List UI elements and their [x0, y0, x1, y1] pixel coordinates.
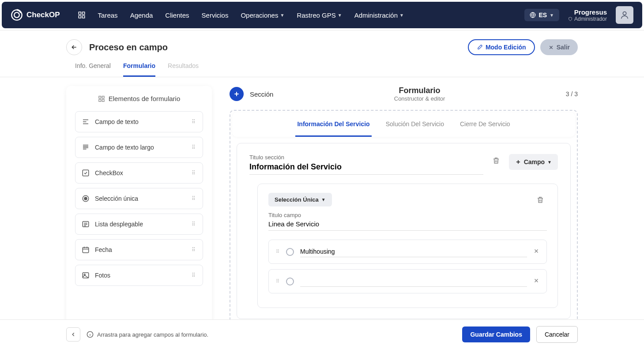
- form-elements-title: Elementos de formulario: [75, 95, 203, 102]
- nav-servicios[interactable]: Servicios: [202, 11, 229, 19]
- drag-handle-icon: ⠿: [192, 195, 196, 202]
- footer-hint: Arrastra para agregar campos al formular…: [97, 331, 208, 337]
- tab-resultados: Resultados: [168, 62, 199, 77]
- add-field-button[interactable]: Campo ▼: [509, 154, 558, 170]
- section-tab-cierre[interactable]: Cierre De Servicio: [458, 113, 512, 137]
- caret-down-icon: ▼: [338, 13, 342, 18]
- builder-subtitle: Constructor & editor: [279, 95, 559, 102]
- top-navbar: CheckOP Tareas Agenda Clientes Servicios…: [2, 2, 642, 28]
- field-title-input[interactable]: [268, 220, 547, 231]
- nav-clientes[interactable]: Clientes: [165, 11, 189, 19]
- shield-icon: [568, 17, 572, 21]
- drag-handle-icon: ⠿: [192, 144, 196, 150]
- image-icon: [82, 271, 90, 279]
- brand-logo[interactable]: CheckOP: [11, 9, 60, 21]
- add-section-label: Sección: [250, 90, 273, 98]
- option-input[interactable]: [300, 246, 527, 257]
- footer-back-button[interactable]: [66, 327, 80, 337]
- section-tab-info[interactable]: Información Del Servicio: [295, 113, 371, 137]
- edit-mode-button[interactable]: Modo Edición: [468, 39, 535, 55]
- add-section-button[interactable]: [230, 87, 244, 101]
- element-dropdown[interactable]: Lista desplegable ⠿: [75, 214, 203, 235]
- radio-icon: [82, 195, 90, 203]
- caret-down-icon: ▼: [550, 13, 554, 18]
- nav-administracion[interactable]: Administración▼: [354, 11, 404, 19]
- page-tabs: Info. General Formulario Resultados: [0, 55, 644, 77]
- element-photos[interactable]: Fotos ⠿: [75, 265, 203, 286]
- svg-rect-10: [99, 99, 101, 101]
- nav-dashboard-icon[interactable]: [78, 11, 86, 19]
- section-tabs: Información Del Servicio Solución Del Se…: [232, 113, 575, 137]
- svg-rect-3: [82, 12, 84, 14]
- delete-field-button[interactable]: [534, 193, 547, 206]
- drag-handle-icon: ⠿: [192, 170, 196, 176]
- arrow-left-icon: [71, 44, 78, 51]
- trash-icon: [492, 157, 500, 165]
- chevron-left-icon: [70, 331, 76, 337]
- plus-icon: [515, 159, 521, 165]
- option-row: ⠿: [268, 269, 547, 293]
- user-name: Progresus: [568, 8, 607, 16]
- close-icon: [533, 278, 539, 284]
- nav-tareas[interactable]: Tareas: [98, 11, 118, 19]
- svg-rect-4: [79, 16, 81, 18]
- delete-option-button[interactable]: [533, 277, 539, 286]
- element-checkbox[interactable]: CheckBox ⠿: [75, 162, 203, 184]
- save-button[interactable]: Guardar Cambios: [462, 326, 530, 337]
- field-type-selector[interactable]: Selección Única ▼: [268, 193, 332, 206]
- drag-handle-icon: ⠿: [192, 221, 196, 227]
- field-card: Selección Única ▼ Titulo campo ⠿: [257, 184, 558, 308]
- element-textarea[interactable]: Campo de texto largo ⠿: [75, 137, 203, 158]
- element-text-field[interactable]: Campo de texto ⠿: [75, 111, 203, 132]
- section-title-input[interactable]: [249, 162, 483, 175]
- brand-name: CheckOP: [26, 11, 60, 19]
- user-info: Progresus Administrador: [568, 8, 607, 22]
- list-icon: [82, 220, 90, 228]
- close-icon: [548, 45, 554, 50]
- section-title-label: Titulo sección: [249, 154, 483, 161]
- avatar-button[interactable]: [616, 6, 633, 24]
- drag-handle-icon: ⠿: [192, 119, 196, 125]
- nav-agenda[interactable]: Agenda: [130, 11, 153, 19]
- svg-rect-16: [83, 248, 89, 253]
- caret-down-icon: ▼: [280, 13, 284, 18]
- svg-point-14: [84, 197, 87, 200]
- language-selector[interactable]: ES ▼: [524, 9, 559, 21]
- user-icon: [620, 10, 629, 20]
- svg-point-19: [87, 331, 93, 337]
- caret-down-icon: ▼: [399, 13, 404, 18]
- field-title-label: Titulo campo: [268, 212, 547, 218]
- svg-rect-2: [79, 12, 81, 14]
- drag-handle-icon: ⠿: [192, 272, 196, 278]
- globe-icon: [530, 12, 536, 18]
- option-input[interactable]: [300, 276, 527, 287]
- cancel-button[interactable]: Cancelar: [536, 326, 578, 337]
- footer-bar: Arrastra para agregar campos al formular…: [0, 319, 644, 337]
- nav-rastreo-gps[interactable]: Rastreo GPS▼: [297, 11, 342, 19]
- trash-icon: [536, 196, 544, 204]
- drag-handle-icon[interactable]: ⠿: [276, 249, 280, 255]
- exit-button[interactable]: Salir: [540, 39, 578, 55]
- section-counter: 3 / 3: [566, 90, 578, 98]
- element-radio[interactable]: Selección única ⠿: [75, 188, 203, 209]
- tab-formulario[interactable]: Formulario: [123, 62, 155, 77]
- drag-handle-icon: ⠿: [192, 247, 196, 253]
- option-row: ⠿: [268, 240, 547, 264]
- drag-handle-icon[interactable]: ⠿: [276, 278, 280, 284]
- tab-info-general[interactable]: Info. General: [75, 62, 111, 77]
- form-elements-panel: Elementos de formulario Campo de texto ⠿…: [66, 86, 212, 328]
- brand-logo-icon: [11, 9, 23, 21]
- builder-title: Formulario: [279, 86, 559, 95]
- caret-down-icon: ▼: [321, 197, 326, 202]
- page-title: Proceso en campo: [89, 42, 468, 53]
- delete-option-button[interactable]: [533, 247, 539, 256]
- radio-indicator-icon: [286, 248, 294, 256]
- section-tab-solucion[interactable]: Solución Del Servicio: [384, 113, 446, 137]
- back-button[interactable]: [66, 39, 82, 55]
- plus-icon: [233, 90, 240, 98]
- delete-section-button[interactable]: [490, 154, 503, 167]
- nav-operaciones[interactable]: Operaciones▼: [241, 11, 284, 19]
- user-role: Administrador: [568, 16, 607, 22]
- element-date[interactable]: Fecha ⠿: [75, 239, 203, 260]
- section-card: Titulo sección Campo ▼: [237, 143, 571, 319]
